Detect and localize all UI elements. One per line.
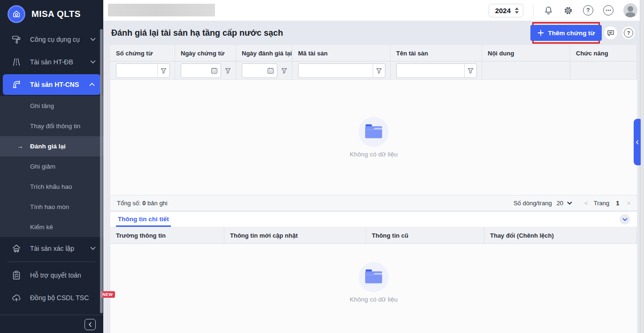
column-header: Tên tài sản (391, 45, 482, 61)
sidebar-item-cong-cu-dung-cu[interactable]: Công cụ dụng cụ (0, 28, 103, 51)
sidebar-divider (8, 262, 96, 262)
sidebar-item-tai-san-ht-db[interactable]: Tài sản HT-ĐB (0, 51, 103, 73)
submenu-item-ghi-tang[interactable]: Ghi tăng (0, 96, 103, 116)
sidebar-submenu: Ghi tăng Thay đổi thông tin → Đánh giá l… (0, 96, 103, 237)
notifications-button[interactable] (544, 6, 553, 15)
page-label: Trang (594, 200, 609, 207)
fiscal-year-selector[interactable]: 2024 (489, 4, 523, 17)
add-voucher-button[interactable]: Thêm chứng từ (530, 25, 602, 41)
detail-tab-bar: Thông tin chi tiết (110, 212, 637, 227)
column-header: Mã tài sản (292, 45, 391, 61)
empty-text: Không có dữ liệu (350, 296, 398, 303)
empty-state: Không có dữ liệu (350, 262, 398, 303)
plus-icon (537, 30, 544, 36)
filter-input[interactable] (299, 64, 373, 77)
more-options-button[interactable]: ⋯ (603, 5, 613, 15)
app-logo-icon (8, 5, 25, 23)
rows-per-page-value: 20 (557, 200, 563, 207)
column-header: Thay đổi (Chênh lệch) (484, 227, 637, 243)
next-page-button[interactable]: > (626, 200, 631, 207)
submenu-item-tinh-hao-mon[interactable]: Tính hao mòn (0, 197, 103, 217)
feedback-chat-button[interactable] (604, 26, 617, 39)
filter-cell-empty (482, 62, 570, 79)
help-button[interactable]: ? (583, 5, 593, 15)
year-stepper-icon[interactable] (515, 8, 519, 14)
table-filter-row (110, 62, 637, 80)
filter-ngay-danh-gia-lai (242, 63, 277, 78)
topbar-actions: 2024 ? ⋯ (489, 0, 637, 21)
side-panel-handle[interactable] (634, 119, 641, 165)
calendar-icon[interactable] (264, 67, 277, 74)
submenu-item-label: Đánh giá lại (30, 143, 66, 150)
date-filter-input[interactable] (242, 64, 264, 77)
chevron-left-icon (636, 140, 639, 145)
total-records: Tổng số: 0 bản ghi (117, 200, 168, 207)
table-footer: Tổng số: 0 bản ghi Số dòng/trang 20 < Tr… (110, 195, 637, 210)
sidebar-collapse-button[interactable] (84, 319, 96, 330)
app-title: MISA QLTS (31, 9, 81, 19)
submenu-item-kiem-ke[interactable]: Kiểm kê (0, 217, 103, 237)
tab-thong-tin-chi-tiet[interactable]: Thông tin chi tiết (116, 212, 171, 227)
sidebar: MISA QLTS Công cụ dụng cụ Tài sản HT-ĐB (0, 0, 103, 333)
column-header: Trường thông tin (110, 227, 224, 243)
total-count: 0 (142, 200, 146, 207)
user-avatar[interactable] (623, 3, 637, 17)
sidebar-item-label: Công cụ dụng cụ (30, 36, 80, 43)
detail-panel: Thông tin chi tiết Trường thông tin Thôn… (110, 212, 637, 333)
empty-text: Không có dữ liệu (350, 151, 398, 158)
page-title: Đánh giá lại tài sản hạ tầng cấp nước sạ… (111, 21, 283, 45)
pagination: Số dòng/trang 20 < Trang 1 > (514, 200, 631, 207)
column-header: Chức năng (570, 45, 637, 61)
column-header: Số chứng từ (110, 45, 175, 61)
redacted-org-name (108, 4, 215, 16)
ellipsis-icon: ⋯ (603, 5, 613, 15)
date-filter-input[interactable] (181, 64, 208, 77)
sidebar-item-label: Tài sản xác lập (30, 245, 74, 252)
filter-cell-empty (570, 62, 637, 79)
chat-bubble-icon (606, 29, 615, 37)
submenu-item-danh-gia-lai[interactable]: → Đánh giá lại (0, 136, 103, 156)
sidebar-item-tai-san-ht-cns[interactable]: Tài sản HT-CNS (3, 74, 100, 95)
filter-funnel-icon[interactable] (158, 68, 169, 74)
filter-funnel-icon[interactable] (465, 68, 476, 74)
settings-button[interactable] (563, 6, 573, 15)
submenu-item-ghi-giam[interactable]: Ghi giảm (0, 156, 103, 177)
bell-icon (544, 6, 553, 15)
sidebar-item-tai-san-xac-lap[interactable]: Tài sản xác lập (0, 237, 103, 260)
sidebar-item-label: Đồng bộ CSDL TSC (30, 294, 89, 302)
sidebar-item-ho-tro-quyet-toan[interactable]: Hỗ trợ quyết toán (0, 264, 103, 287)
chevron-up-icon (89, 83, 95, 86)
calendar-icon[interactable] (208, 67, 221, 74)
detail-collapse-button[interactable] (620, 214, 630, 225)
topbar: 2024 ? ⋯ (103, 0, 644, 21)
chevron-down-icon (567, 201, 572, 205)
rows-per-page-select[interactable]: 20 (557, 200, 572, 207)
filter-input[interactable] (397, 64, 464, 77)
paint-roller-icon (11, 34, 22, 45)
submenu-item-trich-khau-hao[interactable]: Trích khấu hao (0, 177, 103, 197)
detail-header-row: Trường thông tin Thông tin mới cập nhật … (110, 227, 637, 244)
filter-funnel-icon[interactable] (373, 68, 385, 74)
filter-so-chung-tu (116, 63, 170, 78)
page-help-button[interactable]: ? (622, 26, 635, 39)
filter-input[interactable] (116, 64, 157, 77)
prev-page-button[interactable]: < (583, 200, 589, 207)
road-icon (11, 57, 22, 67)
sidebar-item-dong-bo-csdl-tsc[interactable]: Đồng bộ CSDL TSC NEW (0, 287, 103, 309)
column-header: Thông tin cũ (366, 227, 484, 243)
column-header: Thông tin mới cập nhật (224, 227, 366, 243)
chevron-down-icon (90, 60, 96, 64)
clipboard-check-icon (11, 270, 22, 280)
filter-ngay-chung-tu (181, 63, 221, 78)
sidebar-item-label: Hỗ trợ quyết toán (30, 271, 81, 279)
filter-ma-tai-san (298, 63, 385, 78)
question-icon: ? (583, 5, 593, 15)
filter-funnel-icon[interactable] (224, 68, 231, 74)
annotation-highlight-box: Thêm chứng từ (532, 22, 600, 44)
folder-icon (363, 268, 384, 286)
add-voucher-label: Thêm chứng từ (548, 30, 595, 37)
sidebar-scrollbar[interactable] (100, 29, 103, 313)
filter-funnel-icon[interactable] (280, 68, 287, 74)
submenu-item-thay-doi-thong-tin[interactable]: Thay đổi thông tin (0, 116, 103, 136)
window-scrollbar[interactable] (640, 0, 644, 333)
